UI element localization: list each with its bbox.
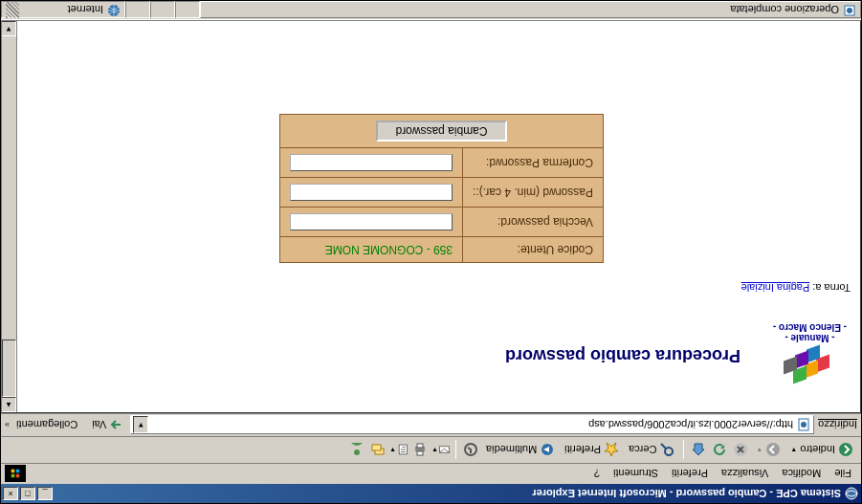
svg-rect-3 — [16, 470, 20, 473]
close-button[interactable]: × — [3, 487, 18, 500]
user-code-value: 359 - COGNOME NOME — [279, 237, 462, 263]
home-page-link[interactable]: Pagina Iniziale — [741, 282, 810, 294]
svg-point-6 — [766, 444, 780, 457]
menubar: File Modifica Visualizza Preferiti Strum… — [1, 463, 861, 484]
internet-zone-pane: Internet — [1, 2, 125, 19]
address-dropdown-button[interactable]: ▼ — [133, 417, 148, 434]
maximize-button[interactable]: □ — [20, 487, 35, 500]
edit-icon — [396, 443, 409, 458]
refresh-icon — [712, 443, 727, 458]
discuss-button[interactable] — [368, 441, 387, 460]
menu-help[interactable]: ? — [588, 467, 606, 482]
addressbar: Indirizzo http://server2000.izs.it/pca20… — [1, 413, 861, 436]
go-button[interactable]: Vai — [88, 417, 126, 434]
globe-icon — [107, 3, 121, 18]
links-chevron-icon[interactable]: » — [5, 421, 10, 430]
status-pane-3 — [125, 2, 150, 19]
person-icon — [349, 443, 365, 458]
back-to-label: Torna a: — [812, 282, 851, 294]
vertical-scrollbar[interactable]: ▲ ▼ — [2, 21, 17, 412]
menu-file[interactable]: File — [829, 467, 857, 482]
print-button[interactable] — [410, 441, 430, 460]
resize-grip[interactable] — [6, 2, 19, 19]
stop-icon — [733, 443, 748, 458]
browser-window: Sistema CPE - Cambio password - Microsof… — [0, 0, 862, 504]
new-password-input[interactable] — [290, 184, 453, 201]
favorites-button[interactable]: Preferiti — [561, 441, 623, 460]
status-text: Operazione completata — [730, 5, 839, 16]
manual-link[interactable]: - Manuale - — [785, 333, 834, 343]
back-button[interactable]: Indietro ▼ — [786, 441, 857, 460]
search-button[interactable]: Cerca — [625, 441, 678, 460]
svg-rect-1 — [16, 474, 20, 478]
logo-icon — [781, 343, 840, 403]
old-password-input[interactable] — [290, 213, 453, 230]
back-arrow-icon — [838, 443, 853, 458]
old-password-label: Vecchia password: — [462, 208, 603, 237]
svg-point-19 — [354, 450, 360, 456]
menu-tools[interactable]: Strumenti — [608, 467, 664, 482]
page-title: Procedura cambio password — [33, 345, 740, 380]
history-icon — [463, 443, 478, 458]
svg-rect-14 — [417, 452, 423, 456]
titlebar: Sistema CPE - Cambio password - Microsof… — [1, 484, 861, 503]
forward-button[interactable]: ▼ — [752, 441, 785, 460]
discuss-icon — [370, 443, 386, 458]
toolbar: Indietro ▼ ▼ Cerca Preferiti Multimedia — [1, 436, 861, 463]
links-label[interactable]: Collegamenti — [13, 420, 80, 431]
content-viewport: - Manuale - - Elenco Macro - Procedura c… — [1, 20, 861, 413]
print-icon — [412, 443, 428, 458]
go-icon — [109, 419, 122, 432]
password-form-table: Codice Utente: 359 - COGNOME NOME Vecchi… — [279, 114, 604, 263]
home-button[interactable] — [689, 441, 708, 460]
windows-logo-icon — [5, 466, 26, 483]
refresh-button[interactable] — [710, 441, 729, 460]
forward-arrow-icon — [765, 443, 781, 458]
menu-favorites[interactable]: Preferiti — [666, 467, 714, 482]
svg-point-23 — [847, 9, 852, 14]
stop-button[interactable] — [731, 441, 750, 460]
user-code-label: Codice Utente: — [462, 237, 603, 263]
change-password-button[interactable] — [376, 121, 506, 142]
menu-view[interactable]: Visualizza — [716, 467, 774, 482]
menu-edit[interactable]: Modifica — [776, 467, 827, 482]
search-icon — [659, 443, 674, 458]
history-button[interactable] — [461, 441, 480, 460]
scroll-up-button[interactable]: ▲ — [1, 397, 16, 412]
macro-list-link[interactable]: - Elenco Macro - — [773, 322, 847, 333]
confirm-password-input[interactable] — [290, 154, 453, 171]
messenger-button[interactable] — [347, 441, 366, 460]
edit-button[interactable]: ▼ — [389, 441, 409, 460]
zone-text: Internet — [68, 5, 103, 16]
scroll-down-button[interactable]: ▼ — [1, 21, 16, 36]
page-header: - Manuale - - Elenco Macro - Procedura c… — [33, 322, 851, 403]
status-pane-2 — [150, 2, 175, 19]
svg-rect-15 — [417, 445, 423, 449]
media-icon — [540, 443, 555, 458]
page-icon — [796, 418, 811, 433]
ie-icon — [844, 486, 859, 501]
media-button[interactable]: Multimedia — [482, 441, 559, 460]
svg-rect-2 — [11, 474, 15, 478]
mail-icon — [438, 443, 451, 458]
new-password-label: Passorwd (min. 4 car.):: — [462, 178, 603, 208]
minimize-button[interactable]: _ — [37, 487, 53, 500]
mail-button[interactable]: ▼ — [431, 441, 451, 460]
window-buttons: _ □ × — [3, 487, 53, 500]
status-pane-1 — [175, 2, 200, 19]
address-url: http://server2000.izs.it/pca2006/passwd.… — [148, 420, 793, 431]
toolbar-separator — [455, 441, 456, 460]
scroll-thumb[interactable] — [2, 340, 16, 397]
page-body: - Manuale - - Elenco Macro - Procedura c… — [17, 21, 860, 412]
svg-rect-18 — [372, 446, 381, 451]
breadcrumb: Torna a: Pagina Iniziale — [33, 282, 851, 294]
address-combobox[interactable]: http://server2000.izs.it/pca2006/passwd.… — [130, 416, 814, 435]
svg-rect-4 — [11, 470, 15, 473]
status-text-pane: Operazione completata — [200, 2, 861, 19]
svg-point-21 — [801, 423, 807, 428]
confirm-password-label: Conferma Passorwd: — [462, 148, 603, 178]
svg-line-9 — [661, 445, 666, 449]
logo-block: - Manuale - - Elenco Macro - — [769, 322, 851, 403]
address-label: Indirizzo — [818, 420, 857, 431]
svg-point-0 — [846, 488, 857, 499]
